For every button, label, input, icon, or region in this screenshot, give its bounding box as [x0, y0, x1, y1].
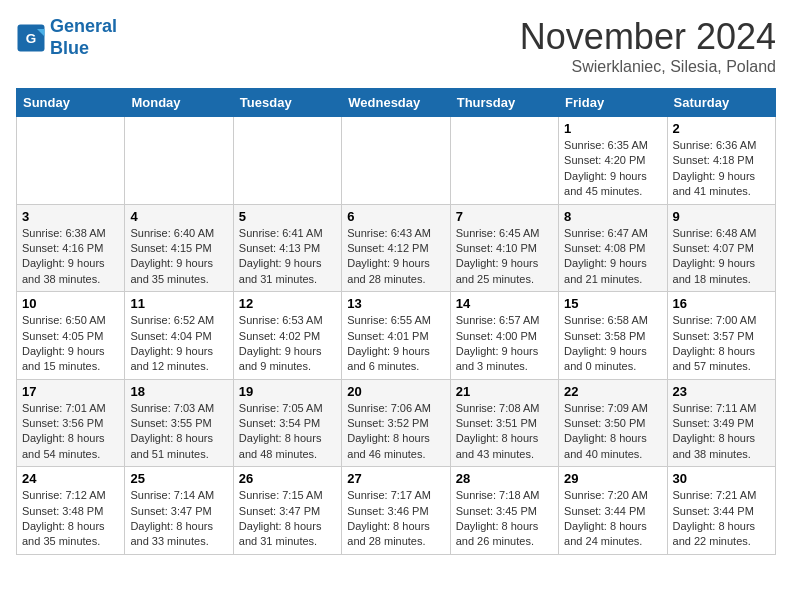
title-area: November 2024 Swierklaniec, Silesia, Pol…	[520, 16, 776, 76]
calendar-cell	[233, 117, 341, 205]
calendar-cell: 23Sunrise: 7:11 AM Sunset: 3:49 PM Dayli…	[667, 379, 775, 467]
day-number: 30	[673, 471, 770, 486]
day-info: Sunrise: 7:11 AM Sunset: 3:49 PM Dayligh…	[673, 401, 770, 463]
day-info: Sunrise: 7:01 AM Sunset: 3:56 PM Dayligh…	[22, 401, 119, 463]
day-info: Sunrise: 6:50 AM Sunset: 4:05 PM Dayligh…	[22, 313, 119, 375]
calendar-week-row: 24Sunrise: 7:12 AM Sunset: 3:48 PM Dayli…	[17, 467, 776, 555]
weekday-header-row: SundayMondayTuesdayWednesdayThursdayFrid…	[17, 89, 776, 117]
day-info: Sunrise: 6:36 AM Sunset: 4:18 PM Dayligh…	[673, 138, 770, 200]
logo-icon: G	[16, 23, 46, 53]
calendar: SundayMondayTuesdayWednesdayThursdayFrid…	[16, 88, 776, 555]
day-info: Sunrise: 6:35 AM Sunset: 4:20 PM Dayligh…	[564, 138, 661, 200]
calendar-cell: 20Sunrise: 7:06 AM Sunset: 3:52 PM Dayli…	[342, 379, 450, 467]
day-info: Sunrise: 6:45 AM Sunset: 4:10 PM Dayligh…	[456, 226, 553, 288]
weekday-header-wednesday: Wednesday	[342, 89, 450, 117]
calendar-cell: 22Sunrise: 7:09 AM Sunset: 3:50 PM Dayli…	[559, 379, 667, 467]
day-info: Sunrise: 7:15 AM Sunset: 3:47 PM Dayligh…	[239, 488, 336, 550]
calendar-cell: 9Sunrise: 6:48 AM Sunset: 4:07 PM Daylig…	[667, 204, 775, 292]
calendar-cell: 4Sunrise: 6:40 AM Sunset: 4:15 PM Daylig…	[125, 204, 233, 292]
month-title: November 2024	[520, 16, 776, 58]
day-number: 19	[239, 384, 336, 399]
day-info: Sunrise: 6:52 AM Sunset: 4:04 PM Dayligh…	[130, 313, 227, 375]
calendar-week-row: 1Sunrise: 6:35 AM Sunset: 4:20 PM Daylig…	[17, 117, 776, 205]
day-number: 16	[673, 296, 770, 311]
day-info: Sunrise: 7:12 AM Sunset: 3:48 PM Dayligh…	[22, 488, 119, 550]
day-number: 18	[130, 384, 227, 399]
day-info: Sunrise: 6:48 AM Sunset: 4:07 PM Dayligh…	[673, 226, 770, 288]
day-number: 27	[347, 471, 444, 486]
day-info: Sunrise: 7:09 AM Sunset: 3:50 PM Dayligh…	[564, 401, 661, 463]
calendar-cell: 27Sunrise: 7:17 AM Sunset: 3:46 PM Dayli…	[342, 467, 450, 555]
day-number: 7	[456, 209, 553, 224]
calendar-cell: 18Sunrise: 7:03 AM Sunset: 3:55 PM Dayli…	[125, 379, 233, 467]
weekday-header-saturday: Saturday	[667, 89, 775, 117]
calendar-cell: 13Sunrise: 6:55 AM Sunset: 4:01 PM Dayli…	[342, 292, 450, 380]
day-number: 10	[22, 296, 119, 311]
weekday-header-tuesday: Tuesday	[233, 89, 341, 117]
day-number: 20	[347, 384, 444, 399]
day-number: 5	[239, 209, 336, 224]
day-number: 3	[22, 209, 119, 224]
day-info: Sunrise: 6:40 AM Sunset: 4:15 PM Dayligh…	[130, 226, 227, 288]
day-number: 2	[673, 121, 770, 136]
day-number: 26	[239, 471, 336, 486]
logo-text: General Blue	[50, 16, 117, 59]
location: Swierklaniec, Silesia, Poland	[520, 58, 776, 76]
day-number: 25	[130, 471, 227, 486]
calendar-cell: 10Sunrise: 6:50 AM Sunset: 4:05 PM Dayli…	[17, 292, 125, 380]
day-info: Sunrise: 6:58 AM Sunset: 3:58 PM Dayligh…	[564, 313, 661, 375]
logo: G General Blue	[16, 16, 117, 59]
day-number: 23	[673, 384, 770, 399]
calendar-cell	[342, 117, 450, 205]
day-number: 22	[564, 384, 661, 399]
header: G General Blue November 2024 Swierklanie…	[16, 16, 776, 76]
calendar-cell	[125, 117, 233, 205]
calendar-cell: 7Sunrise: 6:45 AM Sunset: 4:10 PM Daylig…	[450, 204, 558, 292]
day-number: 28	[456, 471, 553, 486]
calendar-cell: 17Sunrise: 7:01 AM Sunset: 3:56 PM Dayli…	[17, 379, 125, 467]
day-info: Sunrise: 7:00 AM Sunset: 3:57 PM Dayligh…	[673, 313, 770, 375]
day-info: Sunrise: 6:41 AM Sunset: 4:13 PM Dayligh…	[239, 226, 336, 288]
calendar-cell: 12Sunrise: 6:53 AM Sunset: 4:02 PM Dayli…	[233, 292, 341, 380]
day-number: 4	[130, 209, 227, 224]
day-info: Sunrise: 6:55 AM Sunset: 4:01 PM Dayligh…	[347, 313, 444, 375]
day-number: 13	[347, 296, 444, 311]
calendar-week-row: 10Sunrise: 6:50 AM Sunset: 4:05 PM Dayli…	[17, 292, 776, 380]
day-number: 17	[22, 384, 119, 399]
day-number: 14	[456, 296, 553, 311]
day-number: 21	[456, 384, 553, 399]
calendar-cell: 21Sunrise: 7:08 AM Sunset: 3:51 PM Dayli…	[450, 379, 558, 467]
calendar-cell: 2Sunrise: 6:36 AM Sunset: 4:18 PM Daylig…	[667, 117, 775, 205]
day-info: Sunrise: 7:14 AM Sunset: 3:47 PM Dayligh…	[130, 488, 227, 550]
calendar-cell: 16Sunrise: 7:00 AM Sunset: 3:57 PM Dayli…	[667, 292, 775, 380]
day-number: 8	[564, 209, 661, 224]
logo-line2: Blue	[50, 38, 89, 58]
calendar-week-row: 17Sunrise: 7:01 AM Sunset: 3:56 PM Dayli…	[17, 379, 776, 467]
day-info: Sunrise: 7:06 AM Sunset: 3:52 PM Dayligh…	[347, 401, 444, 463]
calendar-cell: 6Sunrise: 6:43 AM Sunset: 4:12 PM Daylig…	[342, 204, 450, 292]
calendar-cell: 24Sunrise: 7:12 AM Sunset: 3:48 PM Dayli…	[17, 467, 125, 555]
calendar-cell: 8Sunrise: 6:47 AM Sunset: 4:08 PM Daylig…	[559, 204, 667, 292]
day-number: 6	[347, 209, 444, 224]
day-number: 1	[564, 121, 661, 136]
calendar-cell: 30Sunrise: 7:21 AM Sunset: 3:44 PM Dayli…	[667, 467, 775, 555]
day-info: Sunrise: 7:21 AM Sunset: 3:44 PM Dayligh…	[673, 488, 770, 550]
day-info: Sunrise: 7:05 AM Sunset: 3:54 PM Dayligh…	[239, 401, 336, 463]
calendar-cell: 14Sunrise: 6:57 AM Sunset: 4:00 PM Dayli…	[450, 292, 558, 380]
day-info: Sunrise: 6:43 AM Sunset: 4:12 PM Dayligh…	[347, 226, 444, 288]
calendar-cell: 26Sunrise: 7:15 AM Sunset: 3:47 PM Dayli…	[233, 467, 341, 555]
day-info: Sunrise: 7:20 AM Sunset: 3:44 PM Dayligh…	[564, 488, 661, 550]
calendar-cell	[17, 117, 125, 205]
svg-text:G: G	[26, 30, 37, 45]
day-info: Sunrise: 7:08 AM Sunset: 3:51 PM Dayligh…	[456, 401, 553, 463]
day-number: 9	[673, 209, 770, 224]
day-number: 24	[22, 471, 119, 486]
calendar-cell: 3Sunrise: 6:38 AM Sunset: 4:16 PM Daylig…	[17, 204, 125, 292]
day-info: Sunrise: 7:17 AM Sunset: 3:46 PM Dayligh…	[347, 488, 444, 550]
day-info: Sunrise: 7:18 AM Sunset: 3:45 PM Dayligh…	[456, 488, 553, 550]
calendar-cell: 5Sunrise: 6:41 AM Sunset: 4:13 PM Daylig…	[233, 204, 341, 292]
day-info: Sunrise: 7:03 AM Sunset: 3:55 PM Dayligh…	[130, 401, 227, 463]
day-number: 12	[239, 296, 336, 311]
calendar-cell: 11Sunrise: 6:52 AM Sunset: 4:04 PM Dayli…	[125, 292, 233, 380]
weekday-header-monday: Monday	[125, 89, 233, 117]
